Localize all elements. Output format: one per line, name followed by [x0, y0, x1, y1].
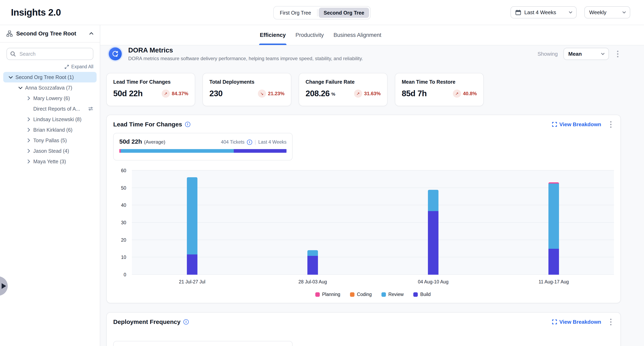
- app-title: Insights 2.0: [11, 7, 61, 18]
- first-org-tree-option[interactable]: First Org Tree: [275, 8, 316, 18]
- chart-bar[interactable]: [187, 171, 198, 275]
- metric-card-change-failure-rate[interactable]: Change Failure Rate 208.26 % ↗ 31.63%: [299, 73, 388, 106]
- dora-title: DORA Metrics: [128, 46, 363, 54]
- y-tick-label: 50: [121, 185, 126, 191]
- bar-segment-review[interactable]: [308, 250, 318, 256]
- org-chart-icon: [6, 31, 12, 37]
- summary-bar-segment-review: [121, 149, 234, 153]
- bar-segment-review[interactable]: [548, 183, 559, 249]
- metric-value: 230: [210, 89, 222, 98]
- divider: [317, 9, 318, 16]
- deployment-kebab-menu[interactable]: [608, 317, 614, 327]
- sidebar-header[interactable]: Second Org Tree Root: [0, 25, 100, 42]
- tree-item-maya-yette[interactable]: Maya Yette (3): [3, 156, 96, 167]
- y-tick-label: 20: [121, 237, 126, 243]
- metric-value: 85d 7h: [402, 89, 427, 98]
- legend-label: Coding: [357, 292, 372, 297]
- metric-card-total-deployments[interactable]: Total Deployments 230 ↘ 21.23%: [202, 73, 291, 106]
- dora-metrics-header: DORA Metrics DORA metrics measure softwa…: [106, 46, 621, 62]
- expand-all-button[interactable]: Expand All: [6, 64, 93, 69]
- summary-range: Last 4 Weeks: [258, 139, 286, 145]
- granularity-dropdown[interactable]: Weekly: [584, 6, 630, 18]
- metric-unit: %: [331, 92, 336, 98]
- mean-dropdown[interactable]: Mean: [564, 48, 609, 60]
- tree-item-lindsay-liszewski[interactable]: Lindsay Liszewski (8): [3, 114, 96, 125]
- lead-time-kebab-menu[interactable]: [608, 120, 614, 130]
- legend-item-review[interactable]: Review: [382, 292, 404, 297]
- trend-arrow-icon: ↗: [356, 91, 360, 96]
- lead-time-summary-card[interactable]: 50d 22h (Average) 404 Tickets | Last 4 W…: [113, 133, 292, 161]
- chevron-up-icon[interactable]: [89, 32, 93, 36]
- dora-kebab-menu[interactable]: [614, 49, 621, 59]
- date-range-dropdown[interactable]: Last 4 Weeks: [510, 6, 577, 18]
- chevron-right-icon[interactable]: [26, 117, 30, 121]
- chevron-down-icon: [569, 10, 572, 13]
- chevron-down-icon: [622, 10, 626, 13]
- chevron-right-icon[interactable]: [26, 138, 30, 142]
- x-tick-label: 28 Jul-03 Aug: [298, 279, 327, 285]
- y-tick-label: 0: [124, 272, 126, 278]
- bar-segment-build[interactable]: [308, 256, 318, 275]
- chevron-down-icon[interactable]: [18, 85, 22, 89]
- org-tree: Second Org Tree Root (1) Anna Scozzafava…: [0, 72, 100, 167]
- tab-business-alignment[interactable]: Business Alignment: [333, 25, 382, 45]
- legend-item-build[interactable]: Build: [413, 292, 430, 297]
- tree-item-direct-reports[interactable]: Direct Reports of A...: [3, 104, 96, 114]
- trend-badge: ↗ 84.37%: [162, 90, 188, 98]
- chevron-right-icon[interactable]: [26, 96, 30, 100]
- chart-bar[interactable]: [428, 171, 438, 275]
- chevron-down-icon[interactable]: [9, 75, 13, 79]
- legend-item-coding[interactable]: Coding: [350, 292, 372, 297]
- chevron-right-icon[interactable]: [26, 149, 30, 153]
- metric-card-lead-time[interactable]: Lead Time For Changes 50d 22h ↗ 84.37%: [106, 73, 195, 106]
- y-tick-label: 40: [121, 202, 126, 208]
- summary-bar-segment-build: [234, 149, 286, 153]
- summary-value: 50d 22h: [119, 138, 142, 145]
- trend-badge: ↗ 31.63%: [354, 90, 381, 98]
- tree-item-mary-lowery[interactable]: Mary Lowery (6): [3, 93, 96, 104]
- deployment-summary-card[interactable]: [113, 341, 292, 346]
- second-org-tree-option[interactable]: Second Org Tree: [319, 8, 369, 18]
- tree-item-brian-kirkland[interactable]: Brian Kirkland (6): [3, 125, 96, 135]
- tree-item-anna-scozzafava[interactable]: Anna Scozzafava (7): [3, 82, 96, 93]
- tree-item-second-org-tree-root[interactable]: Second Org Tree Root (1): [3, 72, 96, 82]
- trend-arrow-icon: ↗: [455, 91, 459, 96]
- trend-arrow-icon: ↗: [164, 91, 168, 96]
- filter-settings-icon[interactable]: [88, 106, 93, 111]
- search-input[interactable]: [6, 48, 93, 60]
- bar-segment-review[interactable]: [428, 190, 438, 211]
- legend-item-planning[interactable]: Planning: [315, 292, 340, 297]
- bar-segment-build[interactable]: [548, 249, 559, 275]
- summary-bar-segment-planning: [119, 149, 121, 153]
- expand-corners-icon: [552, 320, 557, 324]
- divider: |: [255, 139, 256, 145]
- metric-card-mean-time-to-restore[interactable]: Mean Time To Restore 85d 7h ↗ 40.8%: [395, 73, 484, 106]
- org-tree-toggle: First Org Tree Second Org Tree: [273, 6, 371, 19]
- content-scroll-area[interactable]: DORA Metrics DORA metrics measure softwa…: [100, 45, 644, 346]
- deployment-frequency-panel: Deployment Frequency View Breakdown: [106, 312, 621, 346]
- tree-item-jason-stead[interactable]: Jason Stead (4): [3, 146, 96, 156]
- play-right-icon: [2, 283, 6, 289]
- info-icon[interactable]: [185, 122, 190, 127]
- legend-label: Planning: [322, 292, 340, 297]
- bar-segment-review[interactable]: [187, 177, 198, 254]
- summary-qualifier: (Average): [144, 139, 165, 145]
- lead-time-panel: Lead Time For Changes View Breakdown 50d…: [106, 115, 621, 303]
- legend-swatch: [382, 292, 386, 297]
- chevron-down-icon: [601, 52, 605, 55]
- expand-corners-icon: [552, 122, 557, 127]
- tab-efficiency[interactable]: Efficiency: [259, 25, 287, 45]
- bar-segment-build[interactable]: [428, 211, 438, 275]
- chevron-right-icon[interactable]: [26, 160, 30, 164]
- chart-bar[interactable]: [548, 171, 559, 275]
- chart-legend: PlanningCodingReviewBuild: [132, 292, 614, 297]
- tab-productivity[interactable]: Productivity: [294, 25, 325, 45]
- info-icon[interactable]: [184, 319, 189, 325]
- chevron-right-icon[interactable]: [26, 128, 30, 132]
- view-breakdown-button[interactable]: View Breakdown: [552, 121, 601, 128]
- chart-bar[interactable]: [308, 171, 318, 275]
- view-breakdown-button[interactable]: View Breakdown: [552, 319, 601, 325]
- bar-segment-build[interactable]: [187, 254, 198, 275]
- info-icon[interactable]: [247, 140, 252, 145]
- tree-item-tony-pallas[interactable]: Tony Pallas (5): [3, 135, 96, 146]
